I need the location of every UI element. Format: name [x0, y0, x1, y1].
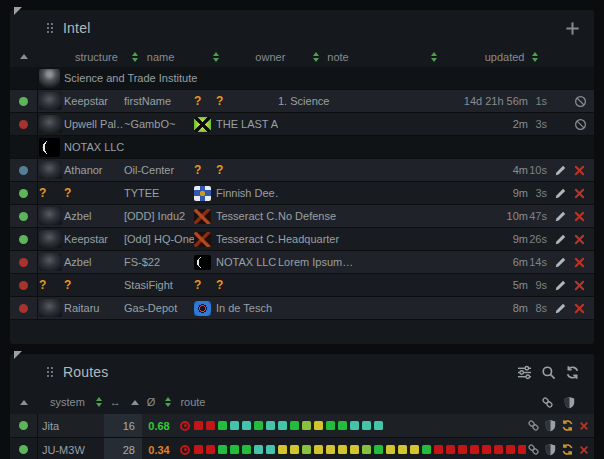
- row-actions: [526, 414, 594, 437]
- drag-handle-icon[interactable]: [46, 366, 54, 378]
- delete-icon[interactable]: [572, 163, 586, 177]
- edit-icon[interactable]: [553, 232, 567, 246]
- route-settings-icon[interactable]: [516, 364, 532, 380]
- delete-icon[interactable]: [572, 232, 586, 246]
- structure-thumbnail: [39, 115, 62, 133]
- shield-icon[interactable]: [543, 419, 557, 433]
- sort-asc-icon: [131, 400, 139, 405]
- delete-icon[interactable]: [577, 443, 591, 457]
- refresh-route-icon[interactable]: [560, 443, 574, 457]
- structure-thumbnail: [39, 230, 62, 248]
- column-header-avg-sec[interactable]: Ø: [147, 396, 156, 408]
- status-dot: [19, 166, 28, 175]
- route-system-square: [194, 421, 203, 430]
- table-row[interactable]: Raitaru Gas-Depot In de Tesch 8m 8s: [10, 297, 594, 320]
- structure-type-cell: Keepstar: [64, 228, 124, 250]
- table-row[interactable]: Azbel [ODD] Indu2 Tesseract C… No Defens…: [10, 205, 594, 228]
- link-icon[interactable]: [526, 443, 540, 457]
- table-row[interactable]: Keepstar [Odd] HQ-One Tesseract C… Headq…: [10, 228, 594, 251]
- drag-handle-icon[interactable]: [46, 22, 54, 34]
- structure-type-cell: ?: [64, 274, 124, 296]
- ban-icon[interactable]: [573, 94, 587, 108]
- link-icon[interactable]: [526, 419, 540, 433]
- column-header-route[interactable]: route: [180, 396, 205, 408]
- table-row[interactable]: Azbel FS-$22 NOTAX LLC Lorem Ipsum… 6m 1…: [10, 251, 594, 274]
- structure-image-cell: [38, 228, 64, 250]
- column-header-structure[interactable]: structure: [75, 51, 118, 63]
- column-header-status[interactable]: [10, 400, 38, 405]
- table-row[interactable]: ? ? StasiFight ? ? 5m 9s: [10, 274, 594, 297]
- system-name[interactable]: Jita: [38, 414, 104, 437]
- sort-icon: [213, 52, 219, 62]
- delete-icon[interactable]: [572, 186, 586, 200]
- structure-type-label: Azbel: [64, 210, 92, 222]
- table-row[interactable]: Athanor Oil-Center ? ? 4m 10s: [10, 159, 594, 182]
- unknown-owner-icon: ?: [194, 94, 201, 108]
- updated-seconds: 3s: [528, 187, 550, 199]
- intel-titlebar: Intel: [10, 10, 594, 46]
- edit-icon[interactable]: [553, 278, 567, 292]
- owner-logo-cell: [194, 297, 216, 319]
- route-system-square: [410, 445, 419, 454]
- unknown-owner-label: ?: [216, 94, 223, 108]
- status-cell: [10, 438, 38, 459]
- sort-icon: [313, 52, 319, 62]
- edit-icon[interactable]: [553, 255, 567, 269]
- structure-thumbnail: [39, 92, 62, 110]
- owner-name-cell: NOTAX LLC: [216, 251, 278, 273]
- column-header-jumps[interactable]: ↔: [110, 396, 121, 408]
- search-icon[interactable]: [540, 364, 556, 380]
- group-logo-cell: [38, 136, 64, 158]
- owner-logo-cell: [194, 182, 216, 204]
- table-row[interactable]: Upwell Pal… ~GambO~ THE LAST A… 2m 3s: [10, 113, 594, 136]
- refresh-icon[interactable]: [564, 364, 580, 380]
- delete-icon[interactable]: [577, 419, 591, 433]
- owner-name-cell: Finnish Dee…: [216, 182, 278, 204]
- row-actions: [526, 438, 594, 459]
- route-system-square: [362, 421, 371, 430]
- column-header-system[interactable]: system: [50, 396, 85, 408]
- delete-icon[interactable]: [572, 209, 586, 223]
- edit-icon[interactable]: [553, 186, 567, 200]
- add-structure-button[interactable]: [564, 20, 580, 36]
- route-system-square: [278, 445, 287, 454]
- structure-thumbnail: [39, 253, 62, 271]
- structure-name-cell: [ODD] Indu2: [124, 205, 194, 227]
- table-row[interactable]: ? ? TYTEE Finnish Dee… 9m 3s: [10, 182, 594, 205]
- route-row[interactable]: JU-M3W 28 0.34: [10, 438, 594, 459]
- delete-icon[interactable]: [572, 278, 586, 292]
- delete-icon[interactable]: [572, 301, 586, 315]
- column-header-name[interactable]: name: [147, 51, 175, 63]
- system-name[interactable]: JU-M3W: [38, 438, 104, 459]
- route-system-square: [266, 421, 275, 430]
- unknown-owner-label: ?: [216, 278, 223, 292]
- refresh-route-icon[interactable]: [560, 419, 574, 433]
- unknown-owner-icon: ?: [194, 163, 201, 177]
- delete-icon[interactable]: [572, 255, 586, 269]
- structure-type-cell: ?: [64, 182, 124, 204]
- column-header-owner[interactable]: owner: [255, 51, 285, 63]
- structure-name-cell: StasiFight: [124, 274, 194, 296]
- updated-seconds: 47s: [528, 210, 550, 222]
- shield-icon[interactable]: [543, 443, 557, 457]
- table-group-row[interactable]: Science and Trade Institute: [10, 67, 594, 90]
- edit-icon[interactable]: [553, 209, 567, 223]
- ban-icon[interactable]: [573, 117, 587, 131]
- status-cell: [10, 159, 38, 181]
- structure-name-cell: Oil-Center: [124, 159, 194, 181]
- column-header-updated[interactable]: updated: [485, 51, 525, 63]
- status-dot: [19, 235, 28, 244]
- structure-type-label: Azbel: [64, 256, 92, 268]
- route-origin-marker: [180, 445, 190, 455]
- route-row[interactable]: Jita 16 0.68: [10, 414, 594, 438]
- routes-table-header: system ↔ Ø route: [10, 390, 594, 414]
- column-header-status[interactable]: [10, 54, 38, 59]
- column-header-note[interactable]: note: [327, 51, 348, 63]
- edit-icon[interactable]: [553, 301, 567, 315]
- table-row[interactable]: Keepstar firstName ? ? 1. Science 14d 21…: [10, 90, 594, 113]
- structure-name-cell: TYTEE: [124, 182, 194, 204]
- table-group-row[interactable]: NOTAX LLC: [10, 136, 594, 159]
- status-dot: [19, 120, 28, 129]
- edit-icon[interactable]: [553, 163, 567, 177]
- route-bar-cell: [176, 414, 526, 437]
